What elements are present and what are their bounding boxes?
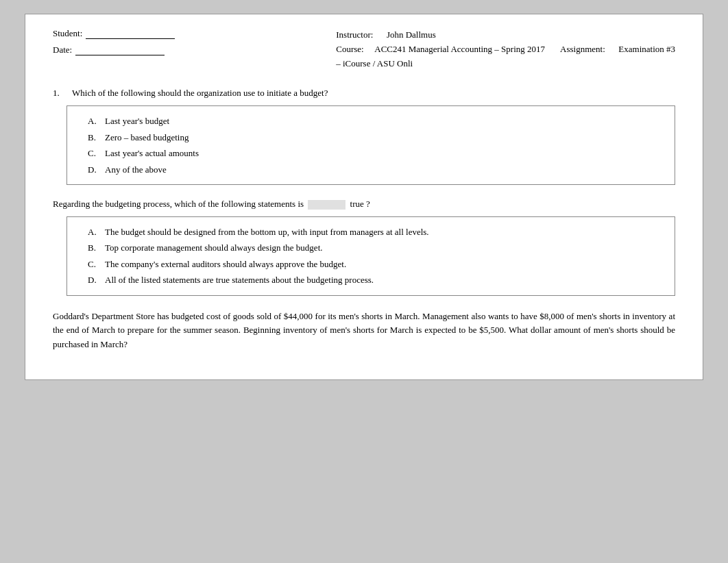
header-left: Student: Date:: [53, 28, 175, 55]
question-1-option-d: D. Any of the above: [88, 162, 661, 177]
question-2-block: Regarding the budgeting process, which o…: [53, 199, 675, 296]
student-underline: [86, 28, 175, 39]
instructor-label: Instructor:: [336, 29, 373, 40]
option-a-letter: A.: [88, 113, 105, 129]
course-name: ACC241 Managerial Accounting – Spring 20…: [374, 44, 545, 54]
header-section: Student: Date: Instructor: John: [25, 14, 703, 81]
question-1-option-c: C. Last year's actual amounts: [88, 145, 661, 161]
course-label: Course:: [336, 44, 363, 54]
paragraph-question-3: Goddard's Department Store has budgeted …: [53, 310, 675, 352]
question-1-options-box: A. Last year's budget B. Zero – based bu…: [66, 105, 675, 185]
q2-option-b-text: Top corporate management should always d…: [105, 240, 323, 255]
question-2-text: Regarding the budgeting process, which o…: [53, 199, 675, 210]
paragraph-text: Goddard's Department Store has budgeted …: [53, 311, 675, 350]
question-1-body: Which of the following should the organi…: [72, 88, 328, 99]
option-c-letter: C.: [88, 145, 105, 161]
course-line: Course: ACC241 Managerial Accounting – S…: [336, 42, 675, 57]
assignment-name: Examination #3: [618, 44, 675, 54]
content-section: 1. Which of the following should the org…: [25, 81, 703, 379]
option-d-text: Any of the above: [105, 162, 167, 177]
question-2-pre: Regarding the budgeting process, which o…: [53, 199, 304, 209]
bottom-gray-bar: [25, 387, 703, 524]
document-page: Student: Date: Instructor: John: [25, 14, 703, 380]
question-2-option-b: B. Top corporate management should alway…: [88, 240, 661, 255]
option-a-text: Last year's budget: [105, 113, 169, 129]
sub-course-line: – iCourse / ASU Onli: [336, 57, 675, 71]
question-2-options-box: A. The budget should be designed from th…: [66, 216, 675, 296]
q2-option-c-text: The company's external auditors should a…: [105, 256, 346, 272]
question-1-block: 1. Which of the following should the org…: [53, 88, 675, 185]
question-1-number: 1.: [53, 88, 66, 99]
date-label: Date:: [53, 45, 72, 55]
q2-option-c-letter: C.: [88, 256, 105, 272]
q2-option-d-letter: D.: [88, 272, 105, 288]
question-2-blank: [308, 200, 345, 210]
student-label: Student:: [53, 28, 82, 39]
q2-option-b-letter: B.: [88, 240, 105, 255]
page-container: Student: Date: Instructor: John: [0, 14, 728, 524]
q2-option-d-text: All of the listed statements are true st…: [105, 272, 374, 288]
option-b-letter: B.: [88, 129, 105, 145]
option-b-text: Zero – based budgeting: [105, 129, 189, 145]
q2-option-a-letter: A.: [88, 224, 105, 240]
sub-course: – iCourse / ASU Onli: [336, 58, 413, 68]
question-2-option-c: C. The company's external auditors shoul…: [88, 256, 661, 272]
student-field-line: Student:: [53, 28, 175, 39]
question-1-option-a: A. Last year's budget: [88, 113, 661, 129]
date-underline: [75, 45, 165, 55]
option-d-letter: D.: [88, 162, 105, 177]
instructor-name: John Dallmus: [387, 29, 436, 40]
instructor-line: Instructor: John Dallmus: [336, 28, 675, 42]
question-2-post: true ?: [350, 199, 370, 209]
question-2-option-d: D. All of the listed statements are true…: [88, 272, 661, 288]
date-field-line: Date:: [53, 45, 175, 55]
q2-option-a-text: The budget should be designed from the b…: [105, 224, 429, 240]
question-2-option-a: A. The budget should be designed from th…: [88, 224, 661, 240]
assignment-label: Assignment:: [560, 44, 605, 54]
question-1-option-b: B. Zero – based budgeting: [88, 129, 661, 145]
question-1-text: 1. Which of the following should the org…: [53, 88, 675, 99]
option-c-text: Last year's actual amounts: [105, 145, 199, 161]
header-right: Instructor: John Dallmus Course: ACC241 …: [336, 28, 675, 71]
